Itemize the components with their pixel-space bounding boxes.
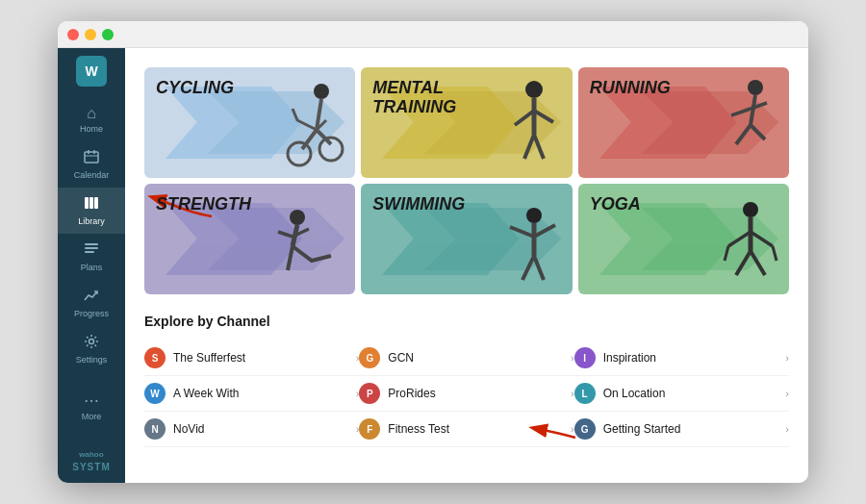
prorides-name: ProRides (388, 387, 563, 400)
svg-point-10 (89, 340, 94, 344)
channel-sufferfest[interactable]: S The Sufferfest › (144, 340, 359, 376)
yoga-person (707, 184, 789, 294)
on-location-chevron: › (785, 388, 789, 399)
on-location-name: On Location (603, 387, 778, 400)
novid-name: NoVid (173, 422, 348, 436)
channels-title: Explore by Channel (144, 314, 789, 329)
svg-point-30 (743, 202, 758, 217)
svg-rect-4 (85, 197, 89, 209)
swimming-label: SWIMMING (372, 195, 465, 214)
sidebar-brand: wahoo SYSTM (72, 450, 110, 473)
channel-inspiration[interactable]: I Inspiration › (574, 340, 789, 376)
channel-week-with[interactable]: W A Week With › (144, 376, 359, 412)
plans-icon (84, 241, 99, 260)
sidebar-item-settings[interactable]: Settings (58, 326, 125, 372)
titlebar (58, 21, 808, 48)
sidebar-label-more: More (82, 412, 102, 421)
swimming-person (486, 184, 573, 294)
svg-rect-0 (85, 152, 98, 163)
home-icon: ⌂ (87, 106, 96, 121)
main-content: CYCLING (125, 48, 808, 483)
yoga-label: YOGA (590, 195, 641, 214)
category-cycling[interactable]: CYCLING (144, 67, 355, 178)
mental-person (491, 67, 573, 178)
category-yoga[interactable]: YOGA (578, 184, 789, 294)
sidebar-item-library[interactable]: Library (58, 188, 125, 234)
svg-rect-7 (85, 243, 98, 245)
getting-started-name: Getting Started (603, 422, 778, 436)
getting-started-icon: G (574, 418, 596, 440)
cycling-label: CYCLING (156, 79, 234, 98)
more-icon: ⋯ (84, 393, 99, 409)
channel-on-location[interactable]: L On Location › (574, 376, 789, 412)
sidebar: W ⌂ Home Calendar (58, 48, 125, 483)
prorides-icon: P (359, 383, 380, 404)
brand-systm: SYSTM (72, 462, 110, 473)
categories-grid: CYCLING (144, 67, 789, 294)
sufferfest-icon: S (144, 347, 166, 368)
mental-training-label: MENTAL TRAINING (372, 79, 456, 117)
category-running[interactable]: RUNNING (578, 67, 789, 178)
novid-icon: N (144, 418, 166, 440)
settings-icon (84, 334, 99, 352)
sidebar-label-plans: Plans (81, 263, 103, 272)
channel-novid[interactable]: N NoVid › (144, 412, 359, 447)
minimize-button[interactable] (85, 29, 96, 40)
sidebar-logo: W (76, 56, 107, 87)
running-person (707, 67, 789, 178)
category-swimming[interactable]: SWIMMING (361, 184, 572, 294)
getting-started-chevron: › (785, 423, 789, 435)
channel-prorides[interactable]: P ProRides › (359, 376, 573, 412)
running-label: RUNNING (590, 79, 671, 98)
fitness-test-name: Fitness Test (388, 422, 563, 436)
svg-rect-8 (85, 247, 98, 249)
svg-point-14 (288, 142, 311, 165)
sidebar-label-library: Library (78, 216, 105, 226)
channels-section: Explore by Channel S The Sufferfest › G … (144, 314, 789, 447)
channel-getting-started[interactable]: G Getting Started › (574, 412, 789, 447)
sufferfest-name: The Sufferfest (173, 351, 348, 365)
sidebar-label-progress: Progress (74, 309, 109, 318)
progress-icon (84, 288, 99, 306)
inspiration-chevron: › (785, 352, 789, 364)
sidebar-label-calendar: Calendar (74, 170, 110, 180)
svg-rect-5 (89, 197, 93, 209)
inspiration-icon: I (574, 347, 596, 368)
main-window: W ⌂ Home Calendar (58, 21, 808, 483)
on-location-icon: L (574, 383, 596, 404)
week-with-name: A Week With (173, 387, 348, 400)
svg-rect-9 (85, 251, 94, 253)
sidebar-item-calendar[interactable]: Calendar (58, 141, 125, 188)
sidebar-item-home[interactable]: ⌂ Home (58, 98, 125, 141)
gcn-name: GCN (388, 351, 563, 365)
svg-rect-6 (94, 197, 98, 209)
svg-point-15 (319, 138, 343, 161)
svg-point-24 (290, 210, 305, 225)
sidebar-label-settings: Settings (76, 355, 108, 365)
category-mental-training[interactable]: MENTAL TRAINING (361, 67, 572, 178)
brand-wahoo: wahoo (79, 450, 103, 460)
svg-point-27 (526, 208, 542, 223)
category-strength[interactable]: STRENGTH (144, 184, 355, 294)
channel-fitness-test[interactable]: F Fitness Test › (359, 412, 573, 447)
channel-gcn[interactable]: G GCN › (359, 340, 573, 376)
sidebar-label-home: Home (80, 124, 103, 134)
gcn-icon: G (359, 347, 380, 368)
sidebar-item-progress[interactable]: Progress (58, 280, 125, 326)
sidebar-item-plans[interactable]: Plans (58, 234, 125, 280)
library-icon (84, 195, 99, 214)
fitness-test-icon: F (359, 418, 380, 440)
window-body: W ⌂ Home Calendar (58, 48, 808, 483)
week-with-icon: W (144, 383, 166, 404)
cycling-person (268, 67, 355, 178)
close-button[interactable] (67, 29, 79, 40)
svg-point-13 (314, 84, 329, 99)
calendar-icon (84, 149, 99, 167)
maximize-button[interactable] (102, 29, 114, 40)
sidebar-item-more[interactable]: ⋯ More (58, 386, 125, 429)
channels-grid: S The Sufferfest › G GCN › I Inspiration… (144, 340, 789, 447)
svg-point-21 (748, 80, 763, 95)
strength-label: STRENGTH (156, 195, 251, 214)
inspiration-name: Inspiration (603, 351, 778, 365)
svg-point-18 (525, 81, 543, 98)
